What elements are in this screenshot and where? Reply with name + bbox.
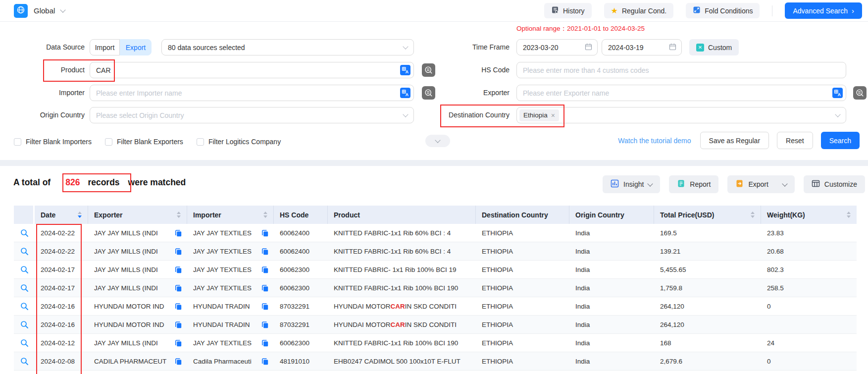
region-selector-label[interactable]: Global	[34, 6, 55, 15]
custom-label: Custom	[708, 44, 732, 52]
match-mode-icon[interactable]	[853, 86, 867, 100]
copy-icon[interactable]	[261, 229, 269, 237]
checkbox-icon[interactable]	[105, 138, 112, 146]
copy-icon[interactable]	[261, 303, 269, 310]
sort-icon[interactable]	[177, 212, 181, 218]
importer-cell: HYUNDAI TRADIN	[187, 297, 274, 315]
copy-icon[interactable]	[175, 303, 182, 310]
destination-country-select[interactable]: Ethiopia ×	[516, 107, 846, 123]
translate-icon[interactable]: A	[400, 65, 410, 75]
time-frame-label: Time Frame	[418, 39, 510, 55]
save-as-regular-button[interactable]: Save as Regular	[700, 132, 769, 149]
app-logo[interactable]	[14, 4, 28, 18]
sort-icon[interactable]	[263, 212, 267, 218]
exporter-cell: JAY JAY MILLS (INDI	[88, 279, 187, 297]
sort-icon[interactable]	[78, 212, 82, 218]
copy-icon[interactable]	[261, 266, 269, 273]
globe-icon	[16, 5, 25, 16]
copy-icon[interactable]	[261, 284, 269, 292]
search-icon[interactable]	[20, 302, 29, 311]
checkbox-filter-blank-exporters[interactable]: Filter Blank Exporters	[105, 138, 183, 146]
table-row: 2024-02-12JAY JAY MILLS (INDI JAY JAY TE…	[14, 334, 857, 352]
history-button[interactable]: History	[544, 3, 592, 18]
header-date[interactable]: Date	[35, 206, 88, 224]
results-summary: A total of826recordswere matched	[13, 177, 186, 188]
regular-cond-label: Regular Cond.	[622, 7, 666, 15]
translate-icon[interactable]: A	[400, 88, 410, 98]
export-button[interactable]: Export	[727, 175, 794, 193]
header-label: HS Code	[280, 211, 308, 219]
hs-code-cell: 48191010	[274, 352, 328, 370]
tab-import[interactable]: Import	[90, 39, 120, 55]
translate-icon[interactable]: A	[832, 88, 843, 98]
importer-cell: JAY JAY TEXTILES	[187, 261, 274, 278]
tutorial-link[interactable]: Watch the tutorial demo	[618, 137, 691, 145]
sort-icon[interactable]	[751, 212, 755, 218]
copy-icon[interactable]	[175, 358, 182, 365]
copy-icon[interactable]	[175, 339, 182, 347]
copy-icon[interactable]	[175, 229, 182, 237]
importer-input[interactable]	[90, 85, 414, 101]
copy-icon[interactable]	[261, 321, 269, 328]
header-weight[interactable]: Weight(KG)	[761, 206, 857, 224]
start-date-input[interactable]: 2023-03-20	[516, 39, 598, 55]
advanced-search-button[interactable]: Advanced Search ›	[785, 2, 862, 19]
copy-icon[interactable]	[175, 266, 182, 273]
exporter-input[interactable]	[516, 85, 846, 101]
insight-button[interactable]: Insight	[603, 175, 660, 193]
close-icon[interactable]: ×	[551, 112, 555, 119]
sort-icon[interactable]	[847, 212, 851, 218]
search-icon[interactable]	[20, 284, 29, 292]
product-input[interactable]	[90, 62, 414, 78]
chevron-down-icon[interactable]	[782, 181, 787, 186]
search-icon[interactable]	[20, 357, 29, 366]
custom-range-button[interactable]: ✕ Custom	[689, 39, 739, 55]
header-importer[interactable]: Importer	[187, 206, 274, 224]
data-source-label: Data Source	[0, 39, 85, 55]
results-table: Date Exporter Importer HS Code Product D…	[14, 206, 857, 371]
checkbox-icon[interactable]	[14, 138, 21, 146]
end-date-input[interactable]: 2024-03-19	[602, 39, 682, 55]
fold-conditions-button[interactable]: Fold Conditions	[686, 3, 760, 18]
customize-button[interactable]: Customize	[804, 175, 865, 193]
header-total-price[interactable]: Total Price(USD)	[654, 206, 761, 224]
search-icon[interactable]	[20, 229, 29, 237]
row-detail-cell	[14, 297, 35, 315]
hs-code-input[interactable]	[516, 62, 846, 78]
checkbox-filter-logitics-company[interactable]: Filter Logitics Company	[197, 138, 281, 146]
search-icon[interactable]	[20, 266, 29, 274]
reset-button[interactable]: Reset	[777, 132, 813, 149]
origin-country-select[interactable]: Please select Origin Country	[90, 107, 414, 123]
hs-code-cell: 60062300	[274, 334, 328, 352]
checkbox-label: Filter Logitics Company	[208, 138, 281, 146]
collapse-conditions-button[interactable]	[425, 135, 450, 147]
checkbox-icon[interactable]	[197, 138, 204, 146]
product-field: A	[90, 62, 414, 78]
copy-icon[interactable]	[261, 358, 269, 365]
total-price-cell: 264,120	[654, 316, 761, 333]
search-button[interactable]: Search	[821, 132, 860, 149]
data-source-select[interactable]: 80 data sources selected	[161, 39, 414, 55]
destination-cell: ETHIOPIA	[476, 352, 569, 370]
copy-icon[interactable]	[175, 321, 182, 328]
weight-cell: 0	[761, 297, 857, 315]
importer-name: HYUNDAI TRADIN	[193, 321, 250, 328]
copy-icon[interactable]	[175, 248, 182, 255]
header-exporter[interactable]: Exporter	[88, 206, 187, 224]
copy-icon[interactable]	[261, 248, 269, 255]
copy-icon[interactable]	[175, 284, 182, 292]
importer-cell: JAY JAY TEXTILES	[187, 242, 274, 260]
search-icon[interactable]	[20, 321, 29, 329]
search-icon[interactable]	[20, 247, 29, 256]
importer-name: JAY JAY TEXTILES	[193, 229, 252, 237]
customize-icon	[812, 179, 820, 189]
copy-icon[interactable]	[261, 339, 269, 347]
checkbox-filter-blank-importers[interactable]: Filter Blank Importers	[14, 138, 92, 146]
weight-cell: 20.68	[761, 242, 857, 260]
chevron-down-icon[interactable]	[60, 7, 66, 12]
star-icon: ★	[611, 7, 618, 15]
regular-cond-button[interactable]: ★ Regular Cond.	[604, 3, 674, 18]
search-icon[interactable]	[20, 339, 29, 347]
report-button[interactable]: Report	[669, 175, 718, 193]
tab-export[interactable]: Export	[120, 39, 152, 55]
